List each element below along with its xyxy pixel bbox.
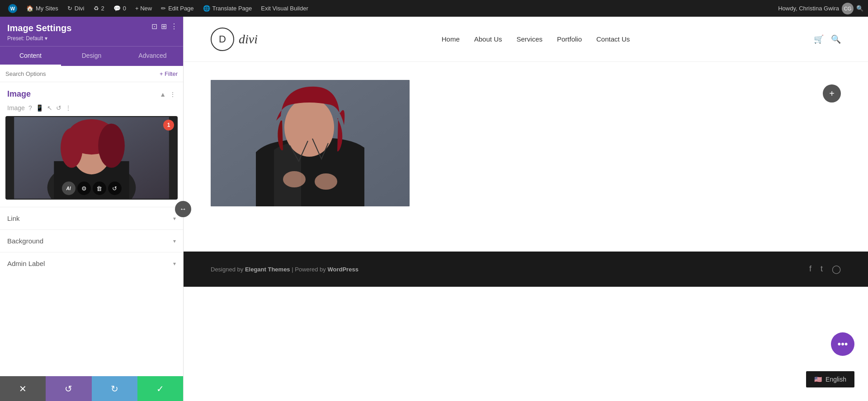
background-section: Background ▾ — [0, 229, 183, 252]
search-input[interactable] — [5, 70, 156, 77]
site-footer: Designed by Elegant Themes | Powered by … — [184, 252, 868, 287]
new-item[interactable]: + New — [132, 0, 156, 17]
link-arrow: ▾ — [173, 215, 176, 222]
facebook-icon[interactable]: f — [809, 264, 811, 274]
admin-label-arrow: ▾ — [173, 261, 176, 267]
help-icon[interactable]: ? — [28, 104, 32, 112]
mobile-icon[interactable]: 📱 — [36, 104, 43, 112]
panel-toggle[interactable]: ↔ — [175, 201, 191, 217]
svg-point-6 — [61, 128, 83, 168]
panel-preset[interactable]: Preset: Default ▾ — [7, 35, 176, 42]
reset-icon[interactable]: ↺ — [56, 104, 61, 112]
admin-label-header[interactable]: Admin Label ▾ — [0, 252, 183, 275]
instagram-icon[interactable]: ◯ — [832, 264, 841, 274]
cursor-icon[interactable]: ↖ — [47, 104, 52, 112]
twitter-icon[interactable]: t — [821, 264, 823, 274]
section-more-icon[interactable]: ⋮ — [170, 91, 176, 98]
page-content: + Designed by Elegant Themes | Powered b… — [184, 62, 868, 401]
link-header[interactable]: Link ▾ — [0, 207, 183, 229]
nav-contact-us[interactable]: Contact Us — [596, 35, 630, 43]
panel-title: Image Settings — [7, 23, 176, 33]
nav-home[interactable]: Home — [442, 35, 460, 43]
panel-content: Image ▲ ⋮ Image ? 📱 ↖ ↺ ⋮ — [0, 82, 183, 376]
flag-icon: 🇺🇸 — [814, 376, 822, 383]
image-label-row: Image ? 📱 ↖ ↺ ⋮ — [0, 104, 183, 116]
divi-item[interactable]: ↻ Divi — [64, 0, 88, 17]
nav-portfolio[interactable]: Portfolio — [557, 35, 582, 43]
section-collapse-icon[interactable]: ▲ — [160, 91, 166, 98]
section-icons: ▲ ⋮ — [160, 91, 176, 98]
floating-menu-button[interactable]: ••• — [831, 332, 854, 356]
panel-icon-resize[interactable]: ⊡ — [151, 22, 157, 31]
ai-button[interactable]: AI — [62, 182, 75, 195]
content-section: + — [184, 62, 868, 252]
image-section-header: Image ▲ ⋮ — [0, 82, 183, 104]
section-title: Image — [7, 89, 31, 99]
nav-about-us[interactable]: About Us — [474, 35, 502, 43]
site-nav: Home About Us Services Portfolio Contact… — [442, 35, 630, 43]
link-section: Link ▾ — [0, 207, 183, 229]
howdy-text: Howdy, Christina Gwira CG 🔍 — [778, 3, 863, 14]
admin-label-section: Admin Label ▾ — [0, 252, 183, 275]
tab-design[interactable]: Design — [61, 47, 122, 66]
background-arrow: ▾ — [173, 238, 176, 244]
edit-page-item[interactable]: ✏ Edit Page — [157, 0, 197, 17]
tab-content[interactable]: Content — [0, 47, 61, 66]
add-content-button[interactable]: + — [823, 84, 841, 103]
background-title: Background — [7, 237, 43, 245]
avatar: CG — [842, 3, 854, 14]
image-label: Image — [7, 104, 25, 112]
logo-circle: D — [211, 28, 234, 51]
image-settings-panel: Image Settings Preset: Default ▾ ⊡ ⊞ ⋮ C… — [0, 17, 184, 401]
search-nav-icon[interactable]: 🔍 — [831, 34, 841, 44]
counter-item[interactable]: ♻ 2 — [90, 0, 108, 17]
nav-icons: 🛒 🔍 — [814, 34, 841, 44]
my-sites-item[interactable]: 🏠 My Sites — [23, 0, 62, 17]
logo-text: divi — [239, 32, 258, 47]
panel-tabs: Content Design Advanced — [0, 46, 183, 66]
image-upload-area[interactable]: 1 AI ⚙ 🗑 ↺ — [5, 116, 178, 200]
wp-logo-item[interactable]: W — [5, 0, 21, 17]
image-badge: 1 — [163, 120, 174, 131]
panel-icon-columns[interactable]: ⊞ — [161, 22, 167, 31]
filter-button[interactable]: + Filter — [160, 70, 178, 77]
admin-label-title: Admin Label — [7, 260, 45, 267]
wp-admin-bar: W 🏠 My Sites ↻ Divi ♻ 2 💬 0 + New ✏ Edit… — [0, 0, 868, 17]
language-selector[interactable]: 🇺🇸 English — [806, 371, 854, 387]
settings-icon-btn[interactable]: ⚙ — [77, 182, 91, 195]
footer-social: f t ◯ — [809, 264, 841, 274]
comments-item[interactable]: 💬 0 — [110, 0, 130, 17]
svg-point-13 — [315, 173, 337, 190]
background-header[interactable]: Background ▾ — [0, 230, 183, 252]
svg-point-7 — [98, 124, 125, 168]
undo-button[interactable]: ↺ — [46, 376, 91, 401]
exit-builder-item[interactable]: Exit Visual Builder — [257, 0, 312, 17]
cart-icon[interactable]: 🛒 — [814, 34, 824, 44]
translate-page-item[interactable]: 🌐 Translate Page — [199, 0, 256, 17]
panel-bottom-buttons: ✕ ↺ ↻ ✓ — [0, 376, 183, 401]
svg-point-12 — [283, 171, 306, 187]
save-button[interactable]: ✓ — [137, 376, 183, 401]
site-header: D divi Home About Us Services Portfolio — [184, 17, 868, 62]
cancel-button[interactable]: ✕ — [0, 376, 46, 401]
nav-services[interactable]: Services — [516, 35, 542, 43]
image-overlay-icons: AI ⚙ 🗑 ↺ — [62, 182, 122, 195]
undo-icon-btn[interactable]: ↺ — [108, 182, 122, 195]
link-title: Link — [7, 214, 20, 222]
panel-search: + Filter — [0, 66, 183, 82]
footer-text: Designed by Elegant Themes | Powered by … — [211, 266, 359, 273]
panel-header: Image Settings Preset: Default ▾ ⊡ ⊞ ⋮ — [0, 17, 183, 46]
panel-header-icons: ⊡ ⊞ ⋮ — [151, 22, 178, 31]
tab-advanced[interactable]: Advanced — [122, 47, 183, 66]
language-label: English — [826, 376, 846, 383]
more-icon[interactable]: ⋮ — [65, 104, 71, 112]
wp-icon: W — [8, 4, 17, 13]
search-icon[interactable]: 🔍 — [856, 5, 863, 12]
panel-icon-more[interactable]: ⋮ — [170, 22, 178, 31]
main-area: D divi Home About Us Services Portfolio — [184, 17, 868, 401]
site-logo: D divi — [211, 28, 258, 51]
page-image-container — [211, 80, 410, 206]
delete-icon-btn[interactable]: 🗑 — [93, 182, 106, 195]
redo-button[interactable]: ↻ — [92, 376, 137, 401]
page-main-image — [211, 80, 410, 206]
